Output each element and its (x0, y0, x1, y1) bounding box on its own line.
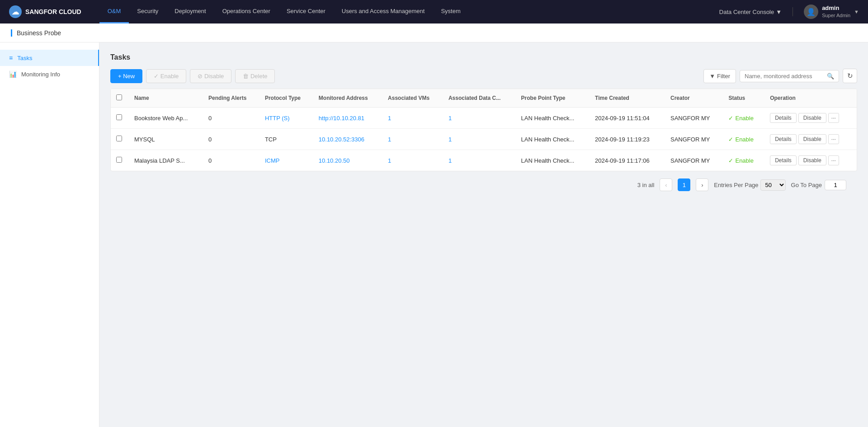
refresh-button[interactable]: ↻ (843, 69, 857, 83)
prev-page-button[interactable]: ‹ (660, 178, 672, 191)
toolbar: + New ✓ Enable ⊘ Disable 🗑 Delete ▼ Filt… (110, 69, 857, 83)
details-button-0[interactable]: Details (770, 113, 797, 123)
next-page-button[interactable]: › (696, 178, 708, 191)
row-checkbox-0[interactable] (116, 114, 122, 120)
user-text: admin Super Admin (822, 5, 850, 19)
cell-status-1: ✓ Enable (723, 129, 764, 150)
sidebar-item-tasks[interactable]: ≡ Tasks (0, 50, 99, 66)
user-info: 👤 admin Super Admin ▼ (804, 5, 859, 19)
tasks-icon: ≡ (9, 54, 13, 61)
status-badge-2: ✓ Enable (728, 157, 759, 164)
op-disable-button-0[interactable]: Disable (798, 113, 826, 123)
check-icon-2: ✓ (728, 157, 733, 164)
sidebar-item-tasks-label: Tasks (17, 55, 32, 61)
main-content: Tasks + New ✓ Enable ⊘ Disable 🗑 Delete … (99, 42, 868, 427)
cell-associated-data-c-0[interactable]: 1 (443, 108, 516, 129)
refresh-icon: ↻ (847, 72, 853, 80)
cell-protocol-type-0: HTTP (S) (259, 108, 313, 129)
op-disable-button-1[interactable]: Disable (798, 134, 826, 144)
more-button-1[interactable]: ··· (828, 134, 839, 144)
filter-icon: ▼ (709, 73, 715, 80)
cell-time-created-0: 2024-09-19 11:51:04 (590, 108, 665, 129)
cell-associated-vms-1[interactable]: 1 (382, 129, 443, 150)
op-disable-button-2[interactable]: Disable (798, 155, 826, 165)
table-row: Malaysia LDAP S... 0 ICMP 10.10.20.50 1 … (111, 150, 857, 171)
nav-item-system[interactable]: System (433, 0, 468, 23)
header-creator: Creator (665, 89, 723, 108)
cell-time-created-1: 2024-09-19 11:19:23 (590, 129, 665, 150)
header-monitored-address: Monitored Address (313, 89, 382, 108)
logo: ☁ SANGFOR CLOUD (9, 5, 81, 18)
details-button-2[interactable]: Details (770, 155, 797, 165)
op-btns-1: Details Disable ··· (770, 134, 851, 144)
search-input[interactable] (745, 73, 824, 80)
header-associated-vms: Associated VMs (382, 89, 443, 108)
logo-text: SANGFOR CLOUD (25, 8, 81, 15)
nav-divider (793, 7, 793, 16)
sidebar-item-monitoring-label: Monitoring Info (21, 71, 60, 78)
nav-right: Data Center Console ▼ 👤 admin Super Admi… (719, 5, 859, 19)
more-button-0[interactable]: ··· (828, 113, 839, 123)
filter-label: Filter (717, 73, 730, 80)
cell-associated-vms-0[interactable]: 1 (382, 108, 443, 129)
search-box: 🔍 (740, 70, 839, 82)
table-body: Bookstore Web Ap... 0 HTTP (S) http://10… (111, 108, 857, 171)
header-probe-point-type: Probe Point Type (516, 89, 590, 108)
cell-protocol-type-1: TCP (259, 129, 313, 150)
go-to-page-input[interactable] (825, 180, 846, 190)
nav-item-security[interactable]: Security (129, 0, 166, 23)
cell-associated-data-c-2[interactable]: 1 (443, 150, 516, 171)
row-checkbox-2[interactable] (116, 157, 122, 163)
row-checkbox-cell (111, 108, 129, 129)
enable-button[interactable]: ✓ Enable (146, 69, 186, 83)
user-role: Super Admin (822, 12, 850, 19)
breadcrumb: Business Probe (11, 29, 61, 37)
search-icon: 🔍 (827, 73, 834, 80)
toolbar-right: ▼ Filter 🔍 ↻ (703, 69, 857, 83)
cell-creator-1: SANGFOR MY (665, 129, 723, 150)
per-page-dropdown[interactable]: 50 100 200 (760, 179, 786, 191)
cell-probe-point-type-2: LAN Health Check... (516, 150, 590, 171)
disable-button[interactable]: ⊘ Disable (190, 69, 231, 83)
cell-associated-data-c-1[interactable]: 1 (443, 129, 516, 150)
row-checkbox-1[interactable] (116, 136, 122, 141)
table-container: Name Pending Alerts Protocol Type Monito… (110, 89, 857, 171)
header-associated-data-c: Associated Data C... (443, 89, 516, 108)
cell-creator-2: SANGFOR MY (665, 150, 723, 171)
go-to-page-label: Go To Page (791, 182, 822, 188)
nav-item-users-access[interactable]: Users and Access Management (334, 0, 433, 23)
sidebar: ≡ Tasks 📊 Monitoring Info (0, 42, 99, 427)
op-btns-2: Details Disable ··· (770, 155, 851, 165)
sidebar-item-monitoring-info[interactable]: 📊 Monitoring Info (0, 66, 99, 82)
new-button[interactable]: + New (110, 69, 142, 83)
breadcrumb-bar: Business Probe (0, 23, 868, 42)
nav-item-service-center[interactable]: Service Center (278, 0, 334, 23)
cell-pending-alerts-2: 0 (203, 150, 259, 171)
per-page-select: Entries Per Page 50 100 200 (714, 179, 785, 191)
page-1-button[interactable]: 1 (678, 178, 690, 191)
user-chevron-icon: ▼ (854, 9, 859, 14)
cell-creator-0: SANGFOR MY (665, 108, 723, 129)
header-operation: Operation (764, 89, 857, 108)
delete-button[interactable]: 🗑 Delete (235, 69, 275, 83)
cell-probe-point-type-1: LAN Health Check... (516, 129, 590, 150)
header-pending-alerts: Pending Alerts (203, 89, 259, 108)
nav-item-om[interactable]: O&M (99, 0, 129, 23)
cell-name-0: Bookstore Web Ap... (129, 108, 203, 129)
select-all-checkbox[interactable] (116, 94, 122, 100)
cell-monitored-address-0: http://10.10.20.81 (313, 108, 382, 129)
cell-associated-vms-2[interactable]: 1 (382, 150, 443, 171)
nav-item-operations-center[interactable]: Operations Center (214, 0, 278, 23)
cell-operation-1: Details Disable ··· (764, 129, 857, 150)
cell-status-2: ✓ Enable (723, 150, 764, 171)
more-button-2[interactable]: ··· (828, 155, 839, 165)
cell-name-1: MYSQL (129, 129, 203, 150)
nav-items: O&M Security Deployment Operations Cente… (99, 0, 719, 23)
layout: ≡ Tasks 📊 Monitoring Info Tasks + New ✓ … (0, 42, 868, 427)
details-button-1[interactable]: Details (770, 134, 797, 144)
filter-button[interactable]: ▼ Filter (703, 69, 736, 83)
console-selector[interactable]: Data Center Console ▼ (719, 9, 782, 15)
total-count: 3 in all (637, 182, 655, 188)
table-row: MYSQL 0 TCP 10.10.20.52:3306 1 1 LAN Hea… (111, 129, 857, 150)
nav-item-deployment[interactable]: Deployment (166, 0, 214, 23)
